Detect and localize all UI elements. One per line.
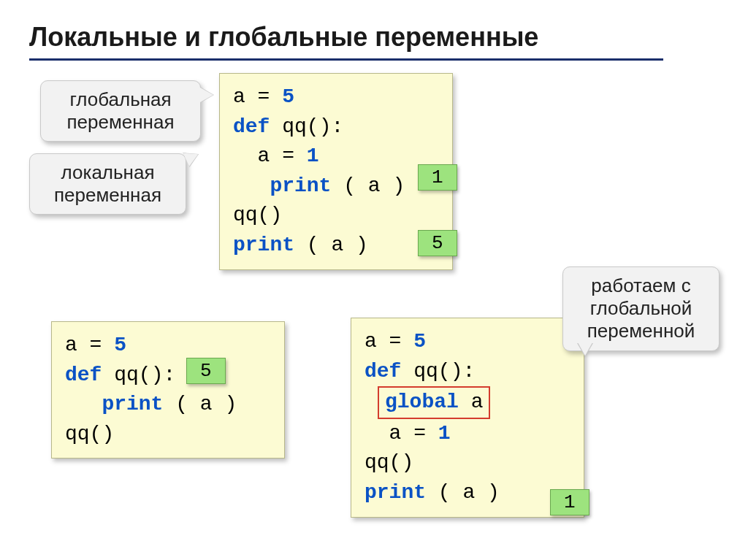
code-text: print [233,174,331,197]
code-text: 5 [114,334,126,356]
code-text: qq(): [270,115,343,138]
code-text: ( a ) [426,481,500,504]
code-text: ( a ) [163,393,237,415]
code-text: qq(): [401,360,475,383]
code-text: ( a ) [294,234,368,256]
code-text: print [365,481,426,504]
code-text: a [365,330,377,353]
callout-text: переменная [54,184,161,206]
code-text: def [65,364,102,386]
result-chip-1b: 5 [418,230,457,256]
code-text: = [77,334,114,356]
callout-text: переменная [66,111,174,133]
title-underline [29,58,663,61]
code-text: qq() [365,451,413,474]
code-text: qq() [233,204,282,226]
code-text: a [459,391,484,413]
code-text: a [365,422,401,445]
callout-text: переменной [587,320,695,342]
callout-local-var: локальная переменная [29,153,186,215]
code-box-3: a = 5 def qq(): global a a = 1 qq() prin… [351,318,584,518]
code-text: ( a ) [331,174,405,197]
result-chip-3: 1 [550,489,589,515]
page-title: Локальные и глобальные переменные [29,22,719,53]
code-text: = [245,85,282,108]
code-text: print [233,234,294,256]
code-text: qq() [65,423,114,445]
pointer-icon [200,88,213,102]
code-text: a [65,334,77,356]
code-text: 1 [438,422,451,445]
code-text: = [401,422,438,445]
result-chip-2: 5 [186,358,226,384]
code-text: a [233,145,270,167]
callout-text: работаем с [591,275,690,296]
callout-work-global: работаем с глобальной переменной [562,266,720,351]
callout-global-var: глобальная переменная [40,80,201,142]
slide: Локальные и глобальные переменные a = 5 … [0,0,748,560]
code-box-2: a = 5 def qq(): print ( a ) qq() [51,321,285,459]
code-text: global [385,391,459,413]
code-text: def [365,360,401,383]
pointer-icon [578,342,592,356]
code-text: a [233,85,245,108]
code-text: 5 [282,85,294,108]
callout-text: глобальной [590,297,692,319]
result-chip-1a: 1 [418,164,457,191]
code-text: print [65,393,163,415]
code-text: = [377,330,413,353]
callout-text: глобальная [69,88,171,110]
code-text: = [270,145,306,167]
code-text: 1 [307,145,319,167]
callout-text: локальная [61,161,155,183]
code-text: def [233,115,270,138]
code-text: qq(): [102,364,175,386]
code-text: 5 [413,330,426,353]
